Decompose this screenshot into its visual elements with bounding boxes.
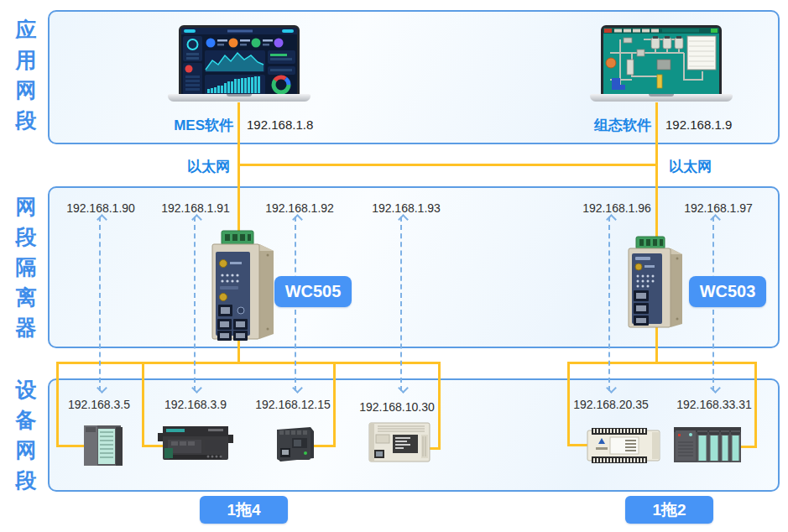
left-bus-drop-1 [56,362,59,447]
plc2-illustration [158,425,233,463]
plc-ip-5: 192.168.20.35 [573,398,649,411]
scada-process-illustration [603,28,719,96]
plc3-illustration [272,425,317,463]
right-bus-stub-2 [740,446,757,448]
device-segment-label: 设备网段 [13,374,39,495]
plc4-illustration [368,421,431,463]
ethernet-trunk-line [237,164,658,166]
left-mode-badge: 1拖4 [200,496,288,524]
scada-laptop-base [590,94,733,102]
right-bus-drop-2 [754,362,757,448]
mes-laptop [168,23,311,106]
plc-mitsubishi-fx [368,421,431,467]
scada-software-label: 组态软件 [561,116,651,135]
right-bus-drop-1 [567,362,570,446]
plc1-illustration [82,424,126,467]
scada-ip: 192.168.1.9 [665,117,732,132]
right-device-bus-line [567,362,757,364]
mapping-arrow-5 [608,216,612,391]
wan-ip-1: 192.168.1.90 [66,201,135,215]
wan-ip-5: 192.168.1.96 [582,201,651,215]
left-bus-drop-2 [142,362,144,447]
plc-ip-4: 192.168.10.30 [359,400,435,414]
plc-ip-1: 192.168.3.5 [68,398,130,411]
wan-ip-3: 192.168.1.92 [265,201,334,215]
scada-screen [601,25,722,99]
ethernet-label-right: 以太网 [669,157,712,176]
plc6-illustration [672,424,743,466]
wan-ip-6: 192.168.1.97 [684,201,753,215]
wan-ip-4: 192.168.1.93 [372,201,441,215]
wc505-model-badge: WC505 [274,276,352,307]
mapping-arrow-2 [194,216,197,391]
plc-delta-dvp [585,425,662,469]
isolator-segment-label: 网段隔离器 [13,191,39,342]
left-bus-drop-4 [438,362,441,450]
mes-software-label: MES软件 [143,116,233,135]
plc-siemens-s7-200 [158,425,233,467]
plc5-illustration [585,425,662,466]
mes-dashboard-illustration [181,28,297,96]
network-topology-diagram: 应用网段 网段隔离器 设备网段 [0,0,788,532]
wc503-gateway-illustration [624,236,688,331]
wc505-gateway-illustration [207,229,279,344]
plc-ip-3: 192.168.12.15 [255,398,331,411]
plc-ip-6: 192.168.33.31 [676,398,752,411]
wan-ip-2: 192.168.1.91 [161,201,230,215]
mapping-arrow-4 [400,216,404,391]
mes-dashboard-screen [179,25,300,99]
plc-ip-2: 192.168.3.9 [164,398,227,411]
plc-logo-module [272,425,317,467]
mapping-arrow-1 [99,216,102,391]
wc505-gateway-device [207,229,279,347]
mes-laptop-base [168,94,311,102]
wc503-model-badge: WC503 [689,276,766,307]
plc-siemens-module [82,424,126,471]
left-device-bus-line [56,362,441,364]
plc-siemens-s7-300-rack [672,424,743,469]
application-segment-label: 应用网段 [13,14,39,135]
left-bus-drop-3 [333,362,336,447]
wc503-gateway-device [624,236,688,335]
mes-ip: 192.168.1.8 [247,117,313,132]
ethernet-label-left: 以太网 [139,157,230,176]
scada-laptop [590,23,733,106]
right-mode-badge: 1拖2 [625,496,713,524]
